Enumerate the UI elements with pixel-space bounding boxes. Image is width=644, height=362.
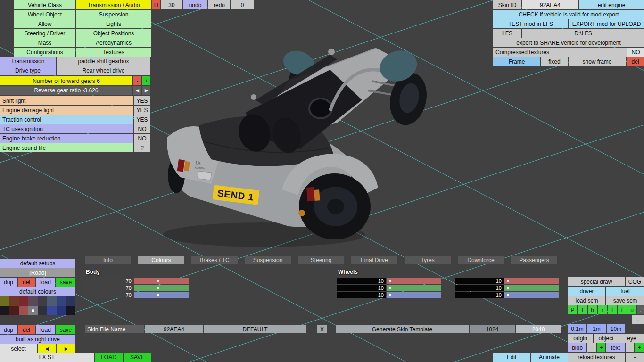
scale-01m-button[interactable]: 0.1m [568, 324, 586, 333]
driver-button[interactable]: driver [568, 287, 605, 296]
palette-swatch[interactable] [57, 296, 66, 306]
lfs-label[interactable]: LFS [493, 29, 521, 38]
palette-swatch[interactable] [38, 306, 47, 315]
default-setups-header[interactable]: default setups [0, 259, 75, 268]
palette-swatch[interactable] [0, 306, 9, 315]
setup-dup-button[interactable]: dup [0, 278, 17, 287]
edit-mode-button[interactable]: Edit [493, 353, 530, 362]
wheels-b-red-slider[interactable] [504, 278, 559, 284]
slider-handle[interactable] [507, 294, 509, 296]
palette-swatch[interactable] [66, 306, 75, 315]
palette-swatch[interactable] [57, 306, 66, 315]
show-frame-button[interactable]: show frame [569, 57, 626, 66]
drive-type-value[interactable]: Rear wheel drive [57, 66, 150, 75]
body-green-slider[interactable] [134, 285, 189, 291]
setup-del-button[interactable]: del [18, 278, 35, 287]
palette-swatch[interactable] [19, 306, 28, 315]
toggle-b-button[interactable]: b [588, 305, 597, 314]
palette-swatch[interactable] [47, 296, 57, 306]
resolution-2048-button[interactable]: 2048 [516, 325, 561, 333]
colour-save-button[interactable]: save [56, 325, 75, 334]
engine-sound-value[interactable]: ? [134, 143, 150, 152]
select-next-button[interactable]: ► [57, 344, 75, 353]
transmission-label[interactable]: Transmission [0, 57, 56, 66]
category-suspension[interactable]: Suspension [76, 10, 151, 19]
reload-textures-button[interactable]: reload textures [568, 353, 625, 362]
gearbox-type-value[interactable]: paddle shift gearbox [57, 57, 150, 66]
category-lights[interactable]: Lights [76, 19, 151, 28]
palette-swatch[interactable] [9, 296, 19, 306]
built-right-drive-toggle[interactable]: built as right drive [0, 335, 75, 344]
drive-type-label[interactable]: Drive type [0, 66, 56, 75]
save-scm-button[interactable]: save scm [606, 296, 644, 305]
toggle-p-button[interactable]: P [568, 305, 577, 314]
colour-dup-button[interactable]: dup [0, 325, 17, 334]
text-minus-button[interactable]: - [626, 343, 634, 352]
wheels-a-blue-slider[interactable] [387, 292, 441, 298]
share-export-button[interactable]: export to SHARE vehicle for development [493, 38, 644, 47]
body-red-slider[interactable] [134, 278, 189, 284]
gears-plus-button[interactable]: + [142, 76, 150, 85]
category-transmission-audio[interactable]: Transmission / Audio [76, 0, 151, 9]
export-mod-button[interactable]: EXPORT mod for UPLOAD [569, 19, 644, 28]
palette-swatch[interactable] [47, 306, 57, 315]
compressed-textures-toggle[interactable]: NO [627, 48, 644, 57]
tab-colours[interactable]: Colours [138, 256, 184, 264]
redo-count[interactable]: 0 [231, 0, 254, 9]
shift-light-toggle[interactable]: YES [134, 96, 150, 105]
wheels-b-green-slider[interactable] [504, 285, 559, 291]
skin-clear-button[interactable]: X [317, 325, 327, 333]
animate-mode-button[interactable]: Animate [531, 353, 568, 362]
setup-list-item[interactable]: [Road] [0, 268, 75, 277]
skin-name-value[interactable]: 92AEA4 [145, 325, 203, 333]
redo-button[interactable]: redo [208, 0, 230, 9]
h-mode-button[interactable]: H [152, 0, 160, 9]
tab-tyres[interactable]: Tyres [405, 256, 451, 264]
skin-id-value[interactable]: 92AEA4 [522, 0, 578, 9]
blob-plus-button[interactable]: + [597, 343, 605, 352]
resolution-1024-button[interactable]: 1024 [470, 325, 515, 333]
ratio-increase-button[interactable]: ► [142, 86, 150, 95]
ratio-decrease-button[interactable]: ◄ [133, 86, 141, 95]
setup-load-button[interactable]: load [36, 278, 55, 287]
category-allow[interactable]: Allow [14, 19, 75, 28]
history-count[interactable]: 30 [161, 0, 182, 9]
cog-button[interactable]: COG [626, 277, 644, 286]
category-object-positions[interactable]: Object Positions [76, 29, 151, 38]
slider-handle[interactable] [157, 287, 159, 289]
palette-swatch[interactable] [9, 306, 19, 315]
undo-button[interactable]: undo [183, 0, 207, 9]
wheels-a-green-slider[interactable] [387, 285, 441, 291]
select-button[interactable]: select [0, 344, 37, 353]
slider-handle[interactable] [389, 280, 391, 282]
category-configurations[interactable]: Configurations [14, 48, 75, 57]
forward-gears-field[interactable]: Number of forward gears 6 [0, 76, 132, 85]
slider-handle[interactable] [507, 287, 509, 289]
toggle-f-button[interactable]: f [578, 305, 587, 314]
scale-1m-button[interactable]: 1m [587, 324, 606, 333]
wheels-a-red-slider[interactable] [387, 278, 441, 284]
wheels-b-blue-slider[interactable] [504, 292, 559, 298]
frame-button[interactable]: Frame [493, 57, 540, 66]
skin-default-value[interactable]: DEFAULT [204, 325, 306, 333]
toggle-r-button[interactable]: r [598, 305, 607, 314]
category-textures[interactable]: Textures [76, 48, 151, 57]
load-vehicle-button[interactable]: LOAD [95, 353, 123, 362]
vehicle-name-button[interactable]: LX ST [0, 353, 94, 362]
default-colours-header[interactable]: default colours [0, 287, 75, 296]
toggle-t-button[interactable]: t [618, 305, 627, 314]
engine-brake-toggle[interactable]: NO [134, 134, 150, 143]
body-blue-slider[interactable] [134, 292, 189, 298]
palette-swatch[interactable] [0, 296, 9, 306]
setup-save-button[interactable]: save [56, 278, 75, 287]
category-aerodynamics[interactable]: Aerodynamics [76, 38, 151, 47]
frame-delete-button[interactable]: del [627, 57, 644, 66]
special-draw-button[interactable]: special draw [568, 277, 625, 286]
tab-brakes-tc[interactable]: Brakes / TC [191, 256, 238, 264]
colour-load-button[interactable]: load [36, 325, 55, 334]
palette-swatch[interactable] [38, 296, 47, 306]
category-mass[interactable]: Mass [14, 38, 75, 47]
edit-engine-button[interactable]: edit engine [579, 0, 644, 9]
palette-swatch[interactable] [19, 296, 28, 306]
text-button[interactable]: text [606, 343, 625, 352]
